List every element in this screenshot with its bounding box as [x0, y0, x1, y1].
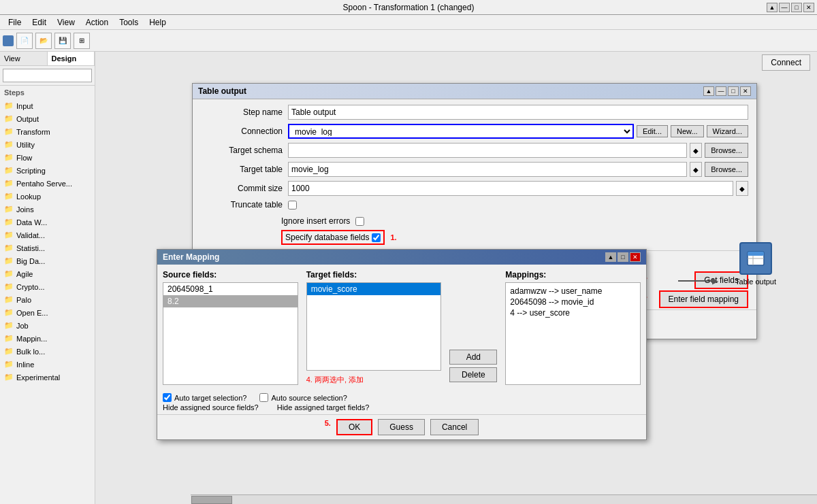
save-btn[interactable]: 💾: [54, 33, 71, 49]
folder-icon: 📁: [4, 295, 14, 304]
new-btn[interactable]: 📄: [16, 33, 33, 49]
maximize-btn[interactable]: □: [791, 3, 802, 12]
dialog-title-bar: Table output ▲ — □ ✕: [193, 84, 756, 99]
dialog-close-btn[interactable]: ✕: [740, 86, 751, 96]
schema-browse-btn[interactable]: Browse...: [705, 143, 748, 158]
mappings-list: adamwzw --> user_name 20645098 --> movie…: [505, 282, 641, 385]
delete-button[interactable]: Delete: [449, 367, 497, 382]
connect-button[interactable]: Connect: [762, 54, 810, 71]
target-table-input[interactable]: [288, 162, 687, 177]
dialog-controls: ▲ — □ ✕: [703, 86, 751, 96]
scrollbar-area[interactable]: [191, 494, 817, 504]
dialog-up-btn[interactable]: ▲: [703, 86, 714, 96]
auto-source-checkbox[interactable]: [259, 393, 268, 402]
source-item-0[interactable]: 20645098_1: [163, 283, 298, 295]
mapping-guess-button[interactable]: Guess: [378, 419, 425, 435]
step-flow[interactable]: 📁Flow: [0, 151, 95, 164]
source-item-1[interactable]: 8.2: [163, 295, 298, 307]
grid-btn[interactable]: ⊞: [74, 33, 90, 49]
edit-button[interactable]: Edit...: [637, 125, 668, 137]
mapping-entry-1: 20645098 --> movie_id: [509, 297, 637, 307]
mapping-up-btn[interactable]: ▲: [605, 252, 616, 262]
step-input[interactable]: 📁Input: [0, 99, 95, 112]
arrow-connector: ▶: [678, 276, 718, 286]
open-btn[interactable]: 📂: [35, 33, 52, 49]
step-inline[interactable]: 📁Inline: [0, 358, 95, 371]
menu-tools[interactable]: Tools: [114, 16, 144, 29]
specify-row: Specify database fields 1.: [193, 227, 756, 248]
commit-diamond-btn[interactable]: ◆: [736, 181, 748, 196]
title-bar: Spoon - Transformation 1 (changed) ▲ — □…: [0, 0, 817, 15]
add-button[interactable]: Add: [449, 350, 497, 365]
enter-field-mapping-button[interactable]: Enter field mapping: [659, 290, 748, 308]
step-lookup[interactable]: 📁Lookup: [0, 190, 95, 203]
step-utility[interactable]: 📁Utility: [0, 138, 95, 151]
folder-icon: 📁: [4, 192, 14, 201]
scrollbar-thumb[interactable]: [191, 496, 232, 504]
table-output-node[interactable]: Table output: [735, 242, 776, 286]
auto-target-checkbox[interactable]: [163, 393, 172, 402]
tab-view[interactable]: View: [0, 52, 48, 65]
new-button[interactable]: New...: [671, 125, 704, 137]
commit-size-input[interactable]: [288, 181, 733, 196]
table-browse-btn[interactable]: Browse...: [705, 162, 748, 177]
auto-target-label: Auto target selection?: [163, 393, 246, 402]
menu-edit[interactable]: Edit: [27, 16, 52, 29]
annotation-5: 5.: [325, 419, 331, 435]
step-output[interactable]: 📁Output: [0, 112, 95, 125]
step-mappin[interactable]: 📁Mappin...: [0, 332, 95, 345]
dialog-minimize-btn[interactable]: —: [716, 86, 726, 96]
step-joins[interactable]: 📁Joins: [0, 203, 95, 216]
step-opene[interactable]: 📁Open E...: [0, 306, 95, 319]
step-agile[interactable]: 📁Agile: [0, 267, 95, 280]
step-bulklo[interactable]: 📁Bulk lo...: [0, 345, 95, 358]
minimize-btn[interactable]: ▲: [767, 3, 778, 12]
step-bigda[interactable]: 📁Big Da...: [0, 254, 95, 267]
menu-view[interactable]: View: [52, 16, 80, 29]
menu-help[interactable]: Help: [144, 16, 172, 29]
wizard-button[interactable]: Wizard...: [707, 125, 748, 137]
search-input[interactable]: [3, 69, 92, 82]
step-statisti[interactable]: 📁Statisti...: [0, 241, 95, 254]
schema-diamond-btn[interactable]: ◆: [690, 143, 702, 158]
step-job[interactable]: 📁Job: [0, 319, 95, 332]
mapping-close-btn[interactable]: ✕: [630, 252, 641, 262]
table-diamond-btn[interactable]: ◆: [690, 162, 702, 177]
folder-icon: 📁: [4, 179, 14, 188]
form-grid: Step name Connection movie_log Edit... N…: [193, 99, 756, 215]
step-experimental[interactable]: 📁Experimental: [0, 371, 95, 384]
mapping-cancel-button[interactable]: Cancel: [430, 419, 479, 435]
step-crypto[interactable]: 📁Crypto...: [0, 280, 95, 293]
target-schema-input[interactable]: [288, 143, 687, 158]
step-name-input[interactable]: [288, 105, 748, 120]
mapping-hint: 4. 两两选中, 添加: [306, 375, 364, 384]
step-pentaho[interactable]: 📁Pentaho Serve...: [0, 177, 95, 190]
step-dataw[interactable]: 📁Data W...: [0, 216, 95, 229]
mapping-ok-button[interactable]: OK: [336, 419, 372, 435]
restore-btn[interactable]: —: [779, 3, 790, 12]
target-fields-label: Target fields:: [306, 270, 442, 280]
tab-design[interactable]: Design: [48, 52, 95, 65]
canvas-area: Connect Table output ▲ — □ ✕ Step name: [95, 52, 817, 504]
folder-icon: 📁: [4, 321, 14, 330]
menu-file[interactable]: File: [3, 16, 27, 29]
step-palo[interactable]: 📁Palo: [0, 293, 95, 306]
step-validat[interactable]: 📁Validat...: [0, 229, 95, 241]
step-scripting[interactable]: 📁Scripting: [0, 164, 95, 177]
steps-list: 📁Input 📁Output 📁Transform 📁Utility 📁Flow…: [0, 99, 95, 504]
menu-action[interactable]: Action: [80, 16, 114, 29]
target-item-0[interactable]: movie_score: [307, 283, 441, 295]
mapping-options: Auto target selection? Auto source selec…: [157, 390, 646, 414]
auto-source-label: Auto source selection?: [259, 393, 347, 402]
specify-checkbox[interactable]: [372, 233, 381, 242]
mapping-restore-btn[interactable]: □: [618, 252, 628, 262]
ignore-checkbox[interactable]: [355, 217, 364, 226]
left-panel: View Design Steps 📁Input 📁Output 📁Transf…: [0, 52, 95, 504]
mapping-footer: 5. OK Guess Cancel: [157, 414, 646, 439]
dialog-maximize-btn[interactable]: □: [728, 86, 739, 96]
truncate-checkbox[interactable]: [288, 201, 297, 209]
connection-select[interactable]: movie_log: [288, 124, 634, 139]
close-btn[interactable]: ✕: [803, 3, 814, 12]
folder-icon: 📁: [4, 218, 14, 226]
step-transform[interactable]: 📁Transform: [0, 125, 95, 138]
